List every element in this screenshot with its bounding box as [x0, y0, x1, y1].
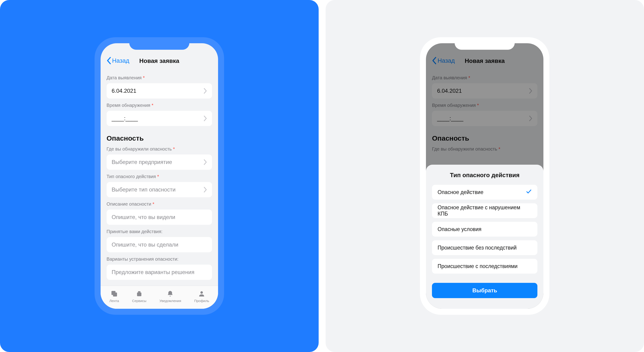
desc-field[interactable]: Опишите, что вы видели	[106, 210, 212, 225]
label-type: Тип опасного действия *	[106, 174, 212, 179]
phone-frame-right: Назад Новая заявка Дата выявления * 6.04…	[420, 37, 550, 315]
date-field[interactable]: 6.04.2021	[106, 83, 212, 98]
time-field[interactable]: ____:____	[106, 111, 212, 126]
option-0[interactable]: Опасное действие	[432, 185, 538, 200]
desc-placeholder: Опишите, что вы видели	[112, 214, 175, 220]
svg-rect-2	[137, 292, 142, 296]
svg-rect-1	[113, 292, 117, 296]
actions-placeholder: Опишите, что вы сделали	[112, 242, 178, 248]
phone-frame-left: Назад Новая заявка Дата выявления * 6.04…	[94, 37, 224, 315]
panel-left: Назад Новая заявка Дата выявления * 6.04…	[0, 0, 319, 352]
screen-left: Назад Новая заявка Дата выявления * 6.04…	[100, 43, 218, 309]
profile-icon	[198, 290, 206, 298]
label-where: Где вы обнаружили опасность *	[106, 146, 212, 152]
form-content: Дата выявления * 6.04.2021 Время обнаруж…	[100, 69, 218, 286]
tab-feed[interactable]: Лента	[110, 290, 119, 303]
type-placeholder: Выберите тип опасности	[112, 186, 176, 193]
time-value: ____:____	[112, 115, 138, 122]
where-placeholder: Выберите предприятие	[112, 159, 172, 165]
chevron-left-icon	[106, 57, 112, 64]
required-mark: *	[157, 174, 159, 179]
where-field[interactable]: Выберите предприятие	[106, 154, 212, 170]
services-icon	[135, 290, 143, 298]
label-date: Дата выявления *	[106, 75, 212, 80]
screen-right: Назад Новая заявка Дата выявления * 6.04…	[426, 43, 544, 309]
option-2[interactable]: Опасные условия	[432, 222, 538, 236]
select-button[interactable]: Выбрать	[432, 283, 538, 298]
svg-rect-3	[138, 291, 140, 292]
sheet-title: Тип опасного действия	[432, 172, 538, 179]
variants-placeholder: Предложите варианты решения	[112, 269, 194, 276]
option-1[interactable]: Опасное действие с нарушением КПБ	[432, 203, 538, 218]
bell-icon	[166, 290, 174, 298]
tab-services[interactable]: Сервисы	[132, 290, 146, 303]
chevron-right-icon	[203, 159, 207, 165]
variants-field[interactable]: Предложите варианты решения	[106, 264, 212, 280]
label-desc: Описание опасности *	[106, 202, 212, 207]
notch	[454, 37, 515, 50]
required-mark: *	[143, 75, 145, 80]
actions-field[interactable]: Опишите, что вы сделали	[106, 237, 212, 252]
notch	[129, 37, 190, 50]
back-label: Назад	[112, 57, 130, 64]
required-mark: *	[152, 103, 153, 108]
check-icon	[526, 189, 532, 196]
label-variants: Варианты устранения опасности:	[106, 256, 212, 262]
back-button[interactable]: Назад	[106, 57, 130, 64]
tab-notifications[interactable]: Уведомления	[160, 290, 181, 303]
tab-profile[interactable]: Профиль	[194, 290, 209, 303]
required-mark: *	[173, 146, 175, 152]
chevron-right-icon	[203, 187, 207, 193]
svg-point-4	[200, 291, 203, 294]
label-actions: Принятые вами действия:	[106, 229, 212, 234]
required-mark: *	[152, 202, 154, 206]
label-time: Время обнаружения *	[106, 103, 212, 108]
section-title: Опасность	[106, 134, 212, 142]
option-3[interactable]: Происшествие без последствий	[432, 240, 538, 255]
option-4[interactable]: Происшествие с последствиями	[432, 259, 538, 274]
date-value: 6.04.2021	[112, 88, 136, 94]
feed-icon	[110, 290, 118, 298]
chevron-right-icon	[203, 88, 207, 94]
type-field[interactable]: Выберите тип опасности	[106, 182, 212, 197]
panel-right: Назад Новая заявка Дата выявления * 6.04…	[326, 0, 644, 352]
chevron-right-icon	[203, 116, 207, 122]
tab-bar: Лента Сервисы Уведомления Профиль	[100, 286, 218, 309]
bottom-sheet: Тип опасного действия Опасное действие О…	[426, 165, 544, 309]
